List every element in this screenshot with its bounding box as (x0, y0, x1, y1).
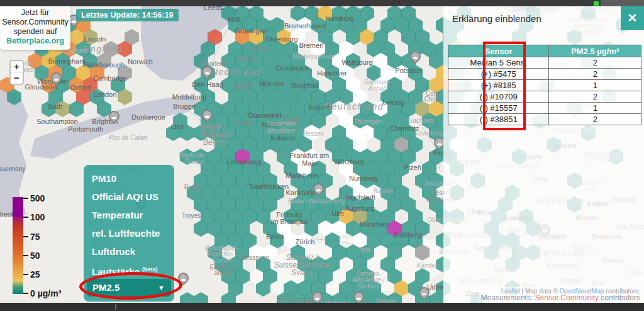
map-label: Frankfurt am (290, 152, 329, 159)
map-label: Mannheim (286, 172, 318, 179)
sensor-community-link[interactable]: Sensor.Community (535, 293, 599, 302)
pin-icon: ☁ (199, 107, 214, 122)
map-label: Reims (184, 184, 202, 191)
map-label: Salzburg (394, 231, 421, 239)
map-label: Koblenz (270, 134, 296, 142)
layer-item-luftdruck[interactable]: Luftdruck (84, 242, 174, 261)
betterplace-link[interactable]: Betterplace.org (1, 37, 69, 46)
cloud-icon: ☁ (314, 185, 322, 193)
map-label: Tirol (358, 246, 370, 253)
map-label: Bielefeld (292, 82, 318, 89)
map-label: Wolfsburg (341, 59, 372, 66)
layer-item-temperatur[interactable]: Temperatur (84, 206, 174, 224)
map-label: Arnhem (233, 83, 255, 90)
map-attribution: Leaflet | Map data © OpenStreetMap contr… (479, 287, 642, 302)
map-label: Cambridge (93, 74, 127, 82)
scale-tick (23, 217, 28, 218)
sensor-marker[interactable]: ☁ (418, 287, 431, 302)
scale-tick (23, 255, 28, 256)
scale-tick-label: 75 (30, 232, 40, 242)
last-update-label: Letztes Update: 14:56:19 (76, 9, 179, 21)
map-label: Niedersachsen (292, 53, 335, 60)
map-label: Bayern (373, 188, 393, 195)
map-label: Brugge (173, 103, 195, 110)
map-label: Deutschland (325, 101, 384, 111)
map-label: England (84, 44, 123, 54)
map-label: Lille (171, 123, 184, 130)
map-zoom-control: + − (9, 60, 24, 85)
sensor-marker[interactable]: ☁ (313, 183, 325, 198)
map-label: Southampton (36, 118, 77, 125)
pin-icon: ☁ (408, 48, 423, 64)
pin-icon: ☁ (309, 289, 325, 304)
close-icon[interactable]: ✕ (621, 6, 644, 30)
map-label: Den Haag (192, 81, 223, 88)
map-label: Potsdam (395, 67, 422, 74)
scale-tick-label: 100 (30, 212, 45, 222)
top-chrome-bar (0, 0, 644, 6)
layer-item-pm10[interactable]: PM10 (84, 169, 174, 188)
map-label: Pas de Calais (109, 134, 148, 141)
map-label: Ulm (331, 210, 344, 217)
cloud-icon: ☁ (419, 289, 428, 297)
map-label: Nürnberg (349, 174, 378, 182)
bottom-bar-divider (115, 304, 116, 310)
scale-tick-label: 50 (30, 251, 40, 261)
sensor-marker[interactable]: ☁ (201, 66, 214, 81)
map-label: Middelburg (172, 93, 206, 101)
pin-icon: ☁ (199, 64, 214, 79)
scale-tick-label: 500 (30, 193, 45, 203)
map-label: Leipzig (383, 98, 405, 106)
map-label: Troyes (182, 212, 201, 219)
map-label: Oxford (70, 84, 91, 91)
map-label: Sachsen (409, 117, 433, 124)
map-label: Annecy (277, 296, 297, 303)
map-label: Südtirol (358, 283, 379, 290)
table-row: (-) #388512 (448, 114, 641, 125)
map-label: Augsburg (345, 205, 374, 212)
map-label: im Breisgau (271, 218, 308, 225)
layer-item-official-aqi-us[interactable]: Official AQI US (84, 188, 174, 206)
map-label: Norwich (128, 58, 153, 65)
map-label: Bremen (299, 42, 324, 49)
cloud-icon: ☁ (313, 293, 321, 302)
panel-title[interactable]: Erklärung einblenden (452, 13, 541, 24)
table-cell-value: 1 (549, 80, 641, 91)
map-label: Nederland (211, 67, 260, 77)
sensor-marker[interactable]: ☁ (108, 111, 121, 126)
cloud-icon: ☁ (354, 293, 362, 302)
zoom-out-button[interactable]: − (11, 72, 23, 84)
map-label: Anhalt (369, 85, 386, 92)
cloud-icon: ☁ (52, 74, 60, 82)
map-label: France (184, 159, 204, 166)
map-label: Hamburg (325, 14, 353, 22)
scale-tick-label: 0 µg/m³ (30, 288, 61, 298)
map-label: Hannover (317, 69, 347, 77)
map-label: Dunkerque (131, 113, 165, 121)
map-label: Plzeň (404, 164, 421, 171)
cloud-icon: ☁ (435, 139, 443, 147)
donation-line1: Jetzt für (1, 8, 69, 18)
sensor-marker[interactable]: ☁ (50, 72, 63, 88)
zoom-in-button[interactable]: + (11, 61, 23, 72)
map-label: Westfalen (267, 127, 295, 134)
table-row: (-) #107092 (448, 91, 641, 103)
sensor-marker[interactable]: ☁ (409, 51, 422, 66)
map-label: München (360, 220, 388, 228)
pin-icon: ☁ (48, 70, 64, 85)
layer-item-rel-luftfeuchte[interactable]: rel. Luftfeuchte (84, 224, 174, 242)
sensor-marker[interactable]: ☁ (201, 110, 214, 125)
map-label: Osnabrück (275, 64, 309, 72)
map-label: Birmingham (48, 57, 86, 65)
donation-line3: spenden auf (1, 27, 69, 37)
map-label: Aachen (235, 119, 256, 126)
air-quality-map-app: LeedsHullLincolnEnglandNottinghamBirming… (0, 0, 644, 311)
cloud-icon: ☁ (203, 68, 211, 76)
map-label: London (94, 91, 117, 98)
map-label: Karlsruhe (286, 189, 315, 196)
table-row: (-) #155571 (448, 103, 641, 114)
map-label: Main (302, 159, 317, 167)
attribution-text: contributors (599, 293, 640, 302)
table-header-value: PM2.5 µg/m³ (549, 45, 641, 57)
scale-tick (23, 198, 28, 199)
